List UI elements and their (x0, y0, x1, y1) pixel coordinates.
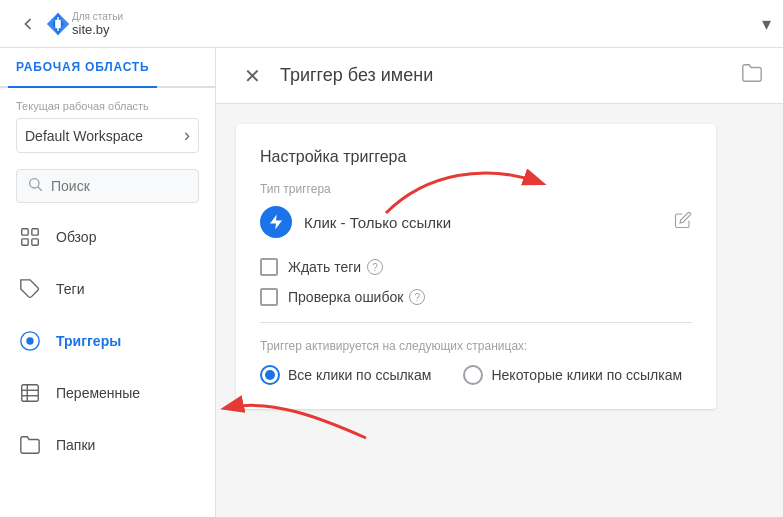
workspace-selector[interactable]: Default Workspace › (16, 118, 199, 153)
svg-rect-4 (57, 27, 58, 31)
folders-icon (16, 431, 44, 459)
account-chevron[interactable]: ▾ (762, 13, 771, 35)
overview-icon (16, 223, 44, 251)
tab-workspace[interactable]: РАБОЧАЯ ОБЛАСТЬ (8, 48, 157, 88)
wait-tags-label: Ждать теги (288, 259, 361, 275)
main-layout: РАБОЧАЯ ОБЛАСТЬ Текущая рабочая область … (0, 48, 783, 517)
back-button[interactable] (12, 8, 44, 40)
panel-folder-icon[interactable] (741, 62, 763, 89)
site-info: Для статьи site.by (72, 11, 762, 37)
checkbox-wait-tags[interactable]: Ждать теги ? (260, 258, 692, 276)
check-errors-help[interactable]: ? (409, 289, 425, 305)
sidebar-item-folders[interactable]: Папки (0, 419, 215, 471)
panel-header: ✕ Триггер без имени (216, 48, 783, 104)
overview-label: Обзор (56, 229, 96, 245)
folders-label: Папки (56, 437, 95, 453)
search-icon (27, 176, 43, 196)
sidebar: РАБОЧАЯ ОБЛАСТЬ Текущая рабочая область … (0, 48, 216, 517)
check-errors-checkbox[interactable] (260, 288, 278, 306)
triggers-label: Триггеры (56, 333, 121, 349)
svg-rect-2 (55, 19, 61, 27)
sidebar-item-triggers[interactable]: Триггеры (0, 315, 215, 367)
radio-some-outer (463, 365, 483, 385)
radio-some-clicks[interactable]: Некоторые клики по ссылкам (463, 365, 682, 385)
trigger-card: Настройка триггера Тип триггера Клик - Т… (236, 124, 716, 409)
tags-label: Теги (56, 281, 84, 297)
search-input[interactable] (51, 178, 188, 194)
svg-line-6 (38, 187, 42, 191)
trigger-type-label: Тип триггера (260, 182, 692, 196)
svg-rect-3 (57, 17, 58, 21)
variables-label: Переменные (56, 385, 140, 401)
trigger-type-row: Клик - Только ссылки (260, 206, 692, 238)
workspace-section: Текущая рабочая область Default Workspac… (0, 88, 215, 161)
svg-point-5 (30, 179, 39, 188)
svg-point-13 (26, 337, 33, 344)
wait-tags-checkbox[interactable] (260, 258, 278, 276)
panel-close-button[interactable]: ✕ (236, 60, 268, 92)
svg-rect-8 (32, 229, 38, 235)
top-bar: Для статьи site.by ▾ (0, 0, 783, 48)
sidebar-item-tags[interactable]: Теги (0, 263, 215, 315)
radio-all-inner (265, 370, 275, 380)
site-label: Для статьи (72, 11, 762, 22)
radio-all-label: Все клики по ссылкам (288, 367, 431, 383)
sidebar-tabs: РАБОЧАЯ ОБЛАСТЬ (0, 48, 215, 88)
content-area: ✕ Триггер без имени Настройка триггера Т… (216, 48, 783, 517)
panel-title: Триггер без имени (280, 65, 741, 86)
variables-icon (16, 379, 44, 407)
workspace-label: Текущая рабочая область (16, 100, 199, 112)
sidebar-item-overview[interactable]: Обзор (0, 211, 215, 263)
triggers-icon (16, 327, 44, 355)
workspace-name: Default Workspace (25, 128, 143, 144)
fires-on-label: Триггер активируется на следующих страни… (260, 339, 692, 353)
workspace-chevron-icon: › (184, 125, 190, 146)
site-name: site.by (72, 22, 762, 37)
checkbox-check-errors[interactable]: Проверка ошибок ? (260, 288, 692, 306)
gtm-logo (44, 10, 72, 38)
svg-rect-10 (32, 239, 38, 245)
svg-rect-14 (22, 385, 39, 402)
trigger-card-title: Настройка триггера (260, 148, 692, 166)
radio-row: Все клики по ссылкам Некоторые клики по … (260, 365, 692, 385)
tags-icon (16, 275, 44, 303)
card-divider (260, 322, 692, 323)
nav-items: Обзор Теги (0, 211, 215, 517)
svg-rect-9 (22, 239, 28, 245)
trigger-type-icon (260, 206, 292, 238)
svg-rect-7 (22, 229, 28, 235)
trigger-edit-icon[interactable] (674, 211, 692, 234)
trigger-type-name: Клик - Только ссылки (304, 214, 674, 231)
wait-tags-help[interactable]: ? (367, 259, 383, 275)
radio-all-clicks[interactable]: Все клики по ссылкам (260, 365, 431, 385)
search-bar (16, 169, 199, 203)
sidebar-item-variables[interactable]: Переменные (0, 367, 215, 419)
radio-all-outer (260, 365, 280, 385)
check-errors-label: Проверка ошибок (288, 289, 403, 305)
radio-some-label: Некоторые клики по ссылкам (491, 367, 682, 383)
